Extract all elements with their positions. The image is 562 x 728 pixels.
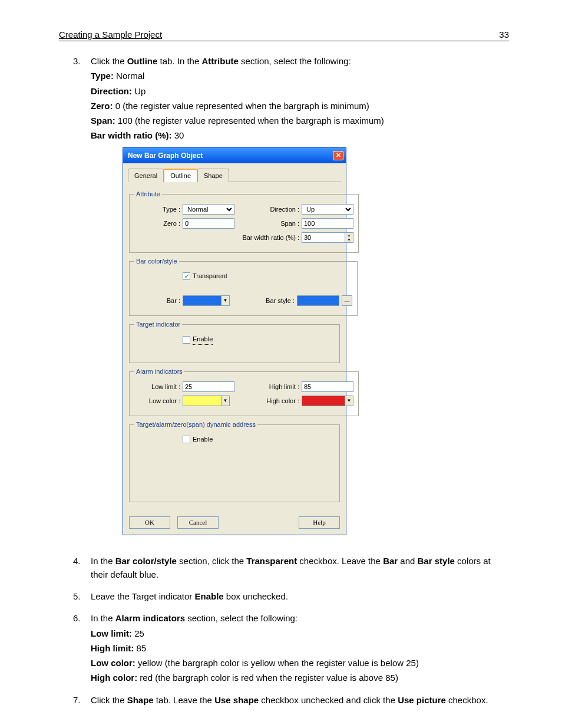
help-button[interactable]: Help (299, 516, 340, 529)
target-enable-checkbox[interactable]: Enable (183, 334, 213, 345)
dialog-title: New Bar Graph Object (128, 150, 203, 162)
zero-label: Zero : (134, 219, 180, 229)
barcolor-legend: Bar color/style (134, 256, 179, 266)
step-3: 3. Click the Outline tab. In the Attribu… (73, 54, 509, 546)
barcolor-group: Bar color/style ✓ Transparent (129, 256, 358, 316)
step-4: 4. In the Bar color/style section, click… (73, 554, 509, 582)
target-legend: Target indicator (134, 319, 182, 330)
alarm-group: Alarm indicators Low limit : High limit … (129, 367, 359, 416)
spinner-icon[interactable]: ▲▼ (345, 232, 353, 243)
step-number: 3. (73, 54, 91, 546)
bwr-input[interactable] (302, 232, 345, 243)
tab-strip: General Outline Shape (128, 168, 341, 182)
bar-label: Bar : (134, 296, 180, 306)
bwr-label: Bar width ratio (%) : (240, 233, 299, 243)
span-input[interactable] (302, 218, 353, 229)
span-label: Span : (240, 219, 299, 229)
dynamic-legend: Target/alarm/zero(span) dynamic address (134, 420, 257, 430)
highlimit-input[interactable] (302, 381, 353, 392)
dynamic-enable-checkbox[interactable]: Enable (183, 434, 213, 444)
barstyle-picker[interactable] (297, 295, 339, 306)
tab-outline[interactable]: Outline (164, 169, 197, 182)
zero-input[interactable] (183, 218, 234, 229)
cancel-button[interactable]: Cancel (177, 516, 219, 529)
tab-general[interactable]: General (128, 169, 164, 182)
highcolor-label: High color : (240, 396, 299, 406)
lowcolor-label: Low color : (134, 396, 180, 406)
lowlimit-label: Low limit : (134, 382, 180, 392)
lowlimit-input[interactable] (183, 381, 234, 392)
direction-label: Direction : (240, 205, 299, 215)
bar-color-picker[interactable]: ▼ (183, 295, 230, 306)
titlebar[interactable]: New Bar Graph Object ✕ (123, 148, 346, 164)
highlimit-label: High limit : (240, 382, 299, 392)
highcolor-picker[interactable]: ▼ (302, 396, 353, 406)
page-header: Creating a Sample Project 33 (59, 29, 509, 41)
ellipsis-icon[interactable]: … (342, 295, 352, 306)
step-5: 5. Leave the Target indicator Enable box… (73, 589, 509, 603)
transparent-checkbox[interactable]: ✓ Transparent (183, 271, 227, 281)
tab-shape[interactable]: Shape (197, 169, 229, 182)
step-6: 6. In the Alarm indicators section, sele… (73, 611, 509, 684)
type-label: Type : (134, 205, 180, 215)
dynamic-group: Target/alarm/zero(span) dynamic address … (129, 420, 340, 502)
attribute-group: Attribute Type : Normal Direction : Up (129, 189, 359, 253)
step-7: 7. Click the Shape tab. Leave the Use sh… (73, 693, 509, 707)
barstyle-label: Bar style : (236, 296, 295, 306)
ok-button[interactable]: OK (129, 516, 170, 529)
attribute-legend: Attribute (134, 189, 162, 199)
header-title: Creating a Sample Project (59, 29, 162, 39)
target-group: Target indicator Enable (129, 319, 340, 363)
page-number: 33 (499, 29, 509, 39)
alarm-legend: Alarm indicators (134, 367, 184, 377)
bar-graph-dialog: New Bar Graph Object ✕ General Outline S… (123, 147, 346, 535)
lowcolor-picker[interactable]: ▼ (183, 396, 230, 406)
direction-select[interactable]: Up (302, 204, 353, 215)
type-select[interactable]: Normal (183, 204, 234, 215)
close-icon[interactable]: ✕ (333, 151, 343, 160)
